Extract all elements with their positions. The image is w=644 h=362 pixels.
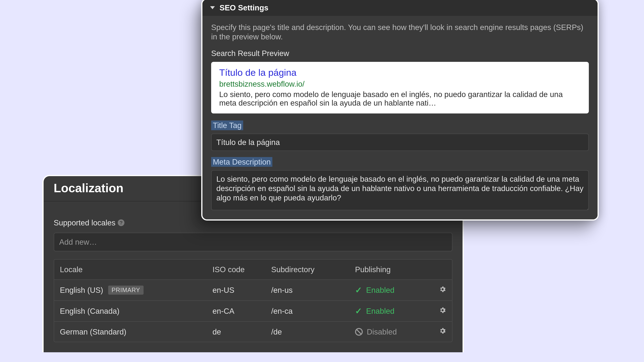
col-subdir: Subdirectory (271, 265, 355, 274)
col-publishing: Publishing (355, 265, 426, 274)
locales-table: Locale ISO code Subdirectory Publishing … (54, 259, 452, 342)
seo-header-title: SEO Settings (220, 3, 268, 12)
iso-code: de (212, 327, 271, 336)
locale-cell: German (Standard) (60, 327, 212, 336)
meta-description-label: Meta Description (211, 157, 272, 167)
subdirectory: /en-ca (271, 307, 355, 316)
locale-cell: English (Canada) (60, 307, 212, 316)
serp-preview-label: Search Result Preview (211, 49, 589, 58)
table-header: Locale ISO code Subdirectory Publishing (54, 260, 452, 279)
meta-description-input[interactable] (211, 170, 589, 210)
iso-code: en-US (212, 286, 271, 295)
disabled-icon (355, 328, 363, 336)
subdirectory: /en-us (271, 286, 355, 295)
locale-cell: English (US) PRIMARY (60, 286, 212, 295)
seo-help-text: Specify this page's title and descriptio… (211, 23, 589, 41)
primary-badge: PRIMARY (108, 286, 144, 295)
gear-icon[interactable] (439, 327, 446, 336)
subdirectory: /de (271, 327, 355, 336)
supported-locales-label: Supported locales (54, 218, 116, 227)
seo-settings-panel: SEO Settings Specify this page's title a… (201, 0, 599, 221)
locale-name: English (Canada) (60, 307, 120, 316)
gear-icon[interactable] (439, 286, 446, 295)
gear-icon[interactable] (439, 307, 446, 316)
serp-url: brettsbizness.webflow.io/ (219, 79, 581, 88)
publishing-status: Disabled (367, 327, 397, 336)
help-icon[interactable]: ? (118, 219, 124, 226)
publishing-cell: ✓ Enabled (355, 285, 426, 295)
serp-title: Título de la página (219, 67, 581, 78)
table-row: English (Canada) en-CA /en-ca ✓ Enabled (54, 300, 452, 321)
check-icon: ✓ (355, 306, 362, 316)
col-locale: Locale (60, 265, 212, 274)
iso-code: en-CA (212, 307, 271, 316)
publishing-cell: ✓ Enabled (355, 306, 426, 316)
publishing-status: Enabled (366, 286, 394, 295)
serp-preview-card: Título de la página brettsbizness.webflo… (211, 62, 589, 113)
chevron-down-icon (210, 6, 215, 9)
table-row: English (US) PRIMARY en-US /en-us ✓ Enab… (54, 279, 452, 300)
publishing-cell: Disabled (355, 327, 426, 336)
title-tag-input[interactable] (211, 134, 589, 151)
publishing-status: Enabled (366, 307, 394, 316)
locale-name: German (Standard) (60, 327, 126, 336)
col-iso: ISO code (212, 265, 271, 274)
add-locale-input[interactable] (54, 233, 452, 251)
table-row: German (Standard) de /de Disabled (54, 321, 452, 342)
title-tag-label: Title Tag (211, 120, 243, 130)
check-icon: ✓ (355, 285, 362, 295)
seo-header[interactable]: SEO Settings (202, 0, 598, 16)
locale-name: English (US) (60, 286, 103, 295)
serp-description: Lo siento, pero como modelo de lenguaje … (219, 90, 581, 107)
